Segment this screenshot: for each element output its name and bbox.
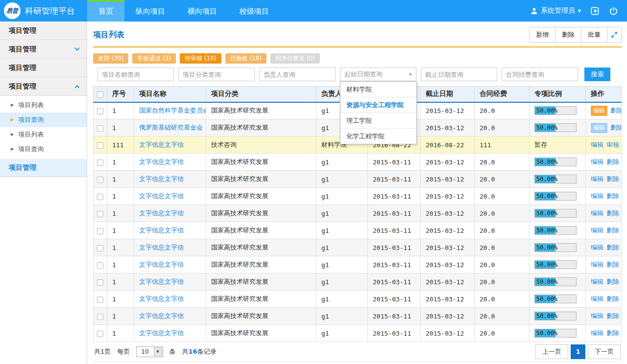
dropdown-option[interactable]: 化学工程学院 [340, 129, 416, 144]
row-checkbox[interactable] [97, 177, 103, 183]
delete-link[interactable]: 删除 [606, 329, 619, 337]
dropdown-option[interactable]: 理工学院 [340, 113, 416, 129]
review-link[interactable]: 审核 [606, 141, 619, 148]
row-checkbox[interactable] [97, 262, 103, 269]
user-menu[interactable]: 系统管理员 ▼ [531, 6, 581, 15]
edit-button[interactable]: 编辑 [591, 106, 607, 116]
project-name-link[interactable]: 俄罗斯基础研究基金会 [139, 124, 203, 131]
project-name-link[interactable]: 国家自然科学基金委员会 [139, 107, 206, 114]
expand-button[interactable] [607, 27, 621, 42]
filter-tab[interactable]: 同单位重名 (0) [270, 53, 320, 64]
fund-input[interactable] [502, 68, 578, 81]
delete-link[interactable]: 删除 [606, 244, 619, 251]
row-checkbox[interactable] [97, 159, 103, 166]
per-page-select[interactable]: 10 ▼ [136, 346, 163, 357]
edit-link[interactable]: 编辑 [591, 244, 603, 251]
edit-link[interactable]: 编辑 [591, 312, 603, 319]
project-name-link[interactable]: 文字信息文字信 [139, 141, 184, 148]
end-date-input[interactable] [421, 68, 497, 81]
sidebar-item[interactable]: ▶项目列表 [0, 98, 87, 113]
edit-link[interactable]: 编辑 [591, 209, 603, 217]
delete-link[interactable]: 删除 [610, 107, 622, 114]
switch-account-icon[interactable] [590, 6, 600, 16]
table-row: 1文字信息文字信国家高技术研究发展g12015-03-112015-03-122… [94, 239, 622, 256]
owner-input[interactable] [259, 68, 336, 81]
nav-item-校级项目[interactable]: 校级项目 [228, 0, 280, 22]
project-name-link[interactable]: 文字信息文字信 [139, 244, 184, 251]
start-date-cell: 2015-03-11 [368, 205, 421, 222]
delete-link[interactable]: 删除 [606, 295, 619, 302]
dropdown-option[interactable]: 资源与安全工程学院 [340, 97, 416, 113]
current-page-button[interactable]: 1 [571, 344, 585, 359]
sidebar-item[interactable]: ▶项目列表 [0, 127, 87, 142]
edit-link[interactable]: 编辑 [591, 227, 603, 234]
row-checkbox[interactable] [97, 142, 103, 149]
edit-link[interactable]: 编辑 [591, 192, 603, 200]
delete-button[interactable]: 删除 [555, 27, 581, 42]
sidebar-group[interactable]: 项目管理 [0, 59, 87, 77]
project-name-link[interactable]: 文字信息文字信 [139, 278, 184, 285]
delete-link[interactable]: 删除 [606, 261, 619, 268]
nav-item-纵向项目[interactable]: 纵向项目 [124, 0, 176, 22]
project-name-link[interactable]: 文字信息文字信 [139, 192, 184, 200]
project-name-link[interactable]: 文字信息文字信 [139, 312, 184, 319]
edit-link[interactable]: 编辑 [591, 329, 603, 337]
edit-link[interactable]: 编辑 [591, 261, 603, 268]
delete-link[interactable]: 删除 [606, 192, 619, 200]
delete-link[interactable]: 删除 [606, 209, 619, 217]
row-checkbox[interactable] [97, 331, 103, 337]
batch-button[interactable]: 批量 [581, 27, 607, 42]
nav-item-首页[interactable]: 首页 [87, 0, 124, 22]
project-name-link[interactable]: 文字信息文字信 [139, 329, 184, 337]
row-checkbox[interactable] [97, 279, 103, 286]
filter-tab[interactable]: 学校通过 (2) [132, 53, 176, 64]
edit-button[interactable]: 编辑 [591, 123, 607, 133]
delete-link[interactable]: 删除 [610, 124, 622, 131]
sidebar-group[interactable]: 项目管理 [0, 77, 87, 96]
project-name-link[interactable]: 文字信息文字信 [139, 261, 184, 268]
project-name-link[interactable]: 文字信息文字信 [139, 209, 184, 217]
sidebar-group[interactable]: 项目管理 [0, 159, 87, 177]
project-name-link[interactable]: 文字信息文字信 [139, 227, 184, 234]
sidebar-item[interactable]: ▶项目查询 [0, 113, 87, 127]
project-name-link[interactable]: 文字信息文字信 [139, 158, 184, 165]
search-button[interactable]: 搜索 [584, 68, 610, 81]
filter-tab[interactable]: 已验收 (18) [225, 53, 266, 64]
filter-tab[interactable]: 待审核 (10) [180, 53, 221, 64]
project-name-link[interactable]: 文字信息文字信 [139, 295, 184, 302]
sidebar-group[interactable]: 项目管理 [0, 22, 87, 40]
project-category-input[interactable] [178, 68, 255, 81]
row-checkbox[interactable] [97, 194, 103, 200]
delete-link[interactable]: 删除 [606, 158, 619, 165]
row-checkbox[interactable] [97, 245, 103, 251]
delete-link[interactable]: 删除 [606, 227, 619, 234]
delete-link[interactable]: 删除 [606, 312, 619, 319]
row-checkbox[interactable] [97, 211, 103, 217]
nav-item-横向项目[interactable]: 横向项目 [176, 0, 228, 22]
edit-link[interactable]: 编辑 [591, 278, 603, 285]
project-name-link[interactable]: 文字信息文字信 [139, 175, 184, 182]
edit-link[interactable]: 编辑 [591, 295, 603, 302]
row-checkbox[interactable] [97, 125, 103, 132]
sidebar-group[interactable]: 项目管理 [0, 40, 87, 59]
next-page-button[interactable]: 下一页 [588, 344, 621, 359]
prev-page-button[interactable]: 上一页 [535, 344, 568, 359]
filter-tab[interactable]: 全部 (30) [93, 53, 128, 64]
edit-link[interactable]: 编辑 [591, 141, 603, 148]
select-all-checkbox[interactable] [97, 91, 103, 98]
edit-link[interactable]: 编辑 [591, 158, 603, 165]
project-name-input[interactable] [97, 68, 174, 81]
row-checkbox[interactable] [97, 296, 103, 303]
edit-link[interactable]: 编辑 [591, 175, 603, 182]
add-button[interactable]: 新增 [530, 27, 555, 42]
progress-bar-label: 50.00% [536, 209, 557, 218]
row-checkbox[interactable] [97, 108, 103, 114]
delete-link[interactable]: 删除 [606, 278, 619, 285]
delete-link[interactable]: 删除 [606, 175, 619, 182]
power-icon[interactable] [609, 6, 618, 16]
start-date-select[interactable]: 起始日期查询 ▼ 材料学院资源与安全工程学院理工学院化学工程学院 [340, 68, 416, 81]
row-checkbox[interactable] [97, 228, 103, 234]
dropdown-option[interactable]: 材料学院 [340, 82, 416, 97]
row-checkbox[interactable] [97, 314, 103, 320]
sidebar-item[interactable]: ▶项目查询 [0, 142, 87, 157]
